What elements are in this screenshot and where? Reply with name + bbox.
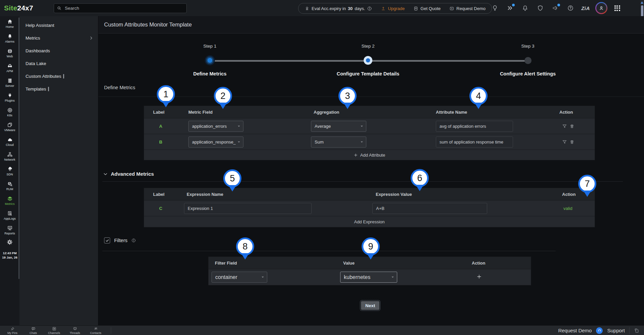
user-avatar[interactable] (595, 2, 607, 14)
sidebar-item-label: Network (4, 158, 15, 161)
filters-checkbox[interactable] (104, 237, 110, 243)
sidebar-item-metrics[interactable]: Metrics (0, 193, 19, 208)
expression-value-input[interactable] (372, 203, 487, 214)
metric-field-select[interactable]: application_response_ (188, 136, 243, 148)
footer-divider (111, 327, 111, 334)
divider (102, 251, 556, 251)
upgrade-button[interactable]: Upgrade (381, 6, 405, 11)
stepper-step-1[interactable]: Step 1 Define Metrics (156, 44, 264, 76)
footer-item-contacts[interactable]: Contacts (85, 326, 106, 335)
sidebar-item-applogs[interactable]: AppLogs (0, 208, 19, 223)
submenu-item-templates[interactable]: Templates (19, 82, 98, 95)
add-attribute-button[interactable]: Add Attribute (144, 150, 595, 160)
lightbulb-button[interactable] (490, 3, 500, 13)
search-input[interactable] (64, 5, 184, 11)
col-header-value: Value (340, 261, 472, 266)
medal-icon (305, 6, 310, 11)
stepper-step-3[interactable]: Step 3 Configure Alert Settings (474, 44, 582, 76)
request-demo-button[interactable]: Request Demo (449, 6, 486, 11)
filter-value-select[interactable]: kubernetes (340, 272, 397, 283)
footer-item-channels[interactable]: Channels (44, 326, 64, 335)
sidebar-item-home[interactable]: Home (0, 16, 19, 31)
step-label: Configure Template Details (314, 71, 422, 76)
copy-icon[interactable] (634, 328, 639, 333)
scroll-up-arrow[interactable] (641, 1, 643, 4)
callout-badge-3: 3 (338, 87, 357, 109)
submenu-item-label: Help Assistant (26, 23, 54, 28)
settings-button[interactable] (0, 239, 19, 245)
sidebar-item-web[interactable]: Web (0, 46, 19, 60)
eval-expiry-notice[interactable]: Eval Acc.expiry in 30 days. (305, 6, 372, 11)
site24x7-logo[interactable]: Site24x7 (4, 0, 33, 16)
main-content: Custom Attributes Monitor Template Step … (98, 16, 644, 325)
account-actions-pill: Eval Acc.expiry in 30 days. Upgrade Get … (298, 3, 492, 14)
submenu-item-help-assistant[interactable]: Help Assistant (19, 19, 98, 32)
zia-button[interactable]: ZiA (580, 3, 591, 13)
col-header-label: Label (144, 192, 184, 197)
attribute-name-input[interactable] (436, 136, 513, 148)
sidebar-item-sdn[interactable]: SDN (0, 164, 19, 178)
app-root: Site24x7 Eval Acc.expiry in 30 days. Upg… (0, 0, 644, 335)
info-icon[interactable] (131, 238, 136, 243)
filter-field-select[interactable]: container (212, 272, 267, 283)
help-icon (567, 5, 574, 11)
stepper-step-2[interactable]: Step 2 Configure Template Details (314, 44, 422, 76)
next-button[interactable]: Next (361, 301, 379, 310)
add-expression-button[interactable]: Add Expression (144, 216, 595, 227)
submenu-item-dashboards[interactable]: Dashboards (19, 44, 98, 57)
network-icon (7, 152, 13, 157)
footer-item-my-pins[interactable]: My Pins (2, 326, 23, 335)
aggregation-select[interactable]: Average (311, 121, 366, 132)
sidebar-item-apm[interactable]: APM (0, 60, 19, 75)
global-search[interactable] (54, 3, 187, 13)
sidebar-item-network[interactable]: Network (0, 149, 19, 164)
secondary-sidebar: Help AssistantMetricsDashboardsData Lake… (19, 16, 98, 325)
add-filter-button[interactable] (476, 274, 482, 279)
get-quote-button[interactable]: Get Quote (413, 6, 441, 11)
apps-grid-button[interactable] (612, 3, 623, 13)
sidebar-item-k8s[interactable]: K8s (0, 105, 19, 119)
advanced-metrics-toggle[interactable]: Advanced Metrics (103, 171, 154, 177)
col-header-action: Action (559, 110, 595, 115)
sidebar-item-server[interactable]: Server (0, 75, 19, 90)
sidebar-item-vmware[interactable]: VMware (0, 119, 19, 134)
footer-request-demo-link[interactable]: Request Demo (558, 328, 592, 333)
callout-tail (228, 185, 236, 191)
submenu-item-custom-attributes[interactable]: Custom Attributes (19, 70, 98, 82)
help-button[interactable] (565, 3, 576, 13)
sidebar-item-list: HomeAlarmsWebAPMServerPluginsK8sVMwareCl… (0, 16, 19, 237)
trash-icon[interactable] (569, 139, 574, 145)
table-row: container kubernetes (209, 269, 531, 285)
footer-item-threads[interactable]: Threads (64, 326, 85, 335)
footer-item-chats[interactable]: Chats (23, 326, 44, 335)
attribute-name-input[interactable] (436, 121, 513, 132)
eval-days: 30 (348, 6, 353, 11)
submenu-item-metrics[interactable]: Metrics (19, 32, 98, 44)
announcements-button[interactable] (550, 3, 561, 13)
sidebar-item-reports[interactable]: Reports (0, 223, 19, 237)
sidebar-item-rum[interactable]: RUM (0, 178, 19, 193)
trash-icon[interactable] (569, 124, 574, 129)
sidebar-item-plugins[interactable]: Plugins (0, 90, 19, 105)
chevron-down-icon (103, 172, 108, 176)
avatar-person-icon (596, 3, 606, 13)
sidebar-item-label: K8s (7, 114, 12, 117)
footer-divider (629, 327, 630, 334)
submenu-item-data-lake[interactable]: Data Lake (19, 57, 98, 70)
sidebar-item-alarms[interactable]: Alarms (0, 31, 19, 46)
filter-icon[interactable] (562, 124, 567, 129)
callout-number: 8 (236, 237, 254, 256)
expression-name-input[interactable] (184, 203, 312, 214)
filter-icon[interactable] (562, 139, 567, 145)
footer-support-link[interactable]: Support (607, 328, 625, 333)
metric-field-select[interactable]: application_errors (188, 121, 243, 132)
step-dot-wrap (156, 50, 264, 71)
notifications-button[interactable] (520, 3, 531, 13)
info-icon[interactable] (367, 6, 372, 11)
sidebar-item-cloud[interactable]: Cloud (0, 134, 19, 149)
security-button[interactable] (535, 3, 546, 13)
whats-new-button[interactable] (505, 3, 515, 13)
table-header-row: Label Expression Name Expression Value A… (144, 188, 595, 200)
aggregation-select[interactable]: Sum (311, 136, 366, 148)
thread-icon (73, 327, 77, 331)
